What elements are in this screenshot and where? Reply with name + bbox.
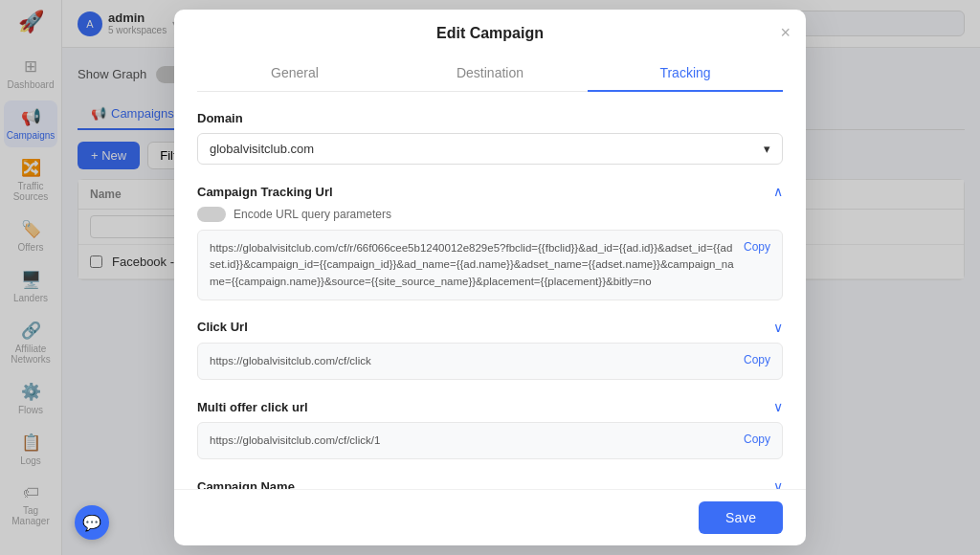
campaign-name-label: Campaign Name	[197, 479, 295, 489]
chevron-down-icon: ▾	[764, 142, 770, 156]
click-url-section: Click Url ∨ https://globalvisitclub.com/…	[197, 320, 783, 380]
chat-bubble[interactable]: 💬	[75, 505, 109, 540]
collapse-icon[interactable]: ∧	[773, 184, 783, 199]
encode-label: Encode URL query parameters	[234, 208, 391, 221]
multi-offer-url-box: https://globalvisitclub.com/cf/click/1 C…	[197, 422, 783, 459]
tracking-url-label: Campaign Tracking Url	[197, 185, 333, 199]
domain-section: Domain globalvisitclub.com ▾	[197, 111, 783, 165]
multi-offer-url-text: https://globalvisitclub.com/cf/click/1	[210, 433, 736, 449]
modal-body: Domain globalvisitclub.com ▾ Campaign Tr…	[174, 92, 806, 489]
click-url-label: Click Url	[197, 320, 248, 334]
modal-footer: Save	[174, 489, 806, 545]
modal-title: Edit Campaign	[436, 25, 544, 42]
edit-campaign-modal: Edit Campaign × General Destination Trac…	[174, 10, 806, 545]
click-url-header: Click Url ∨	[197, 320, 783, 335]
collapse-icon[interactable]: ∨	[773, 320, 783, 335]
modal-tabs: General Destination Tracking	[197, 56, 783, 92]
encode-toggle[interactable]	[197, 207, 226, 222]
click-url-text: https://globalvisitclub.com/cf/click	[210, 353, 736, 369]
tab-general[interactable]: General	[197, 56, 392, 92]
multi-offer-label: Multi offer click url	[197, 400, 308, 414]
multi-offer-header: Multi offer click url ∨	[197, 399, 783, 414]
tab-tracking[interactable]: Tracking	[588, 56, 783, 92]
chat-icon: 💬	[82, 514, 101, 532]
modal-close-button[interactable]: ×	[780, 23, 791, 43]
campaign-name-section: Campaign Name ∨ Facebook - Ringba - Land…	[197, 478, 783, 489]
copy-click-url-button[interactable]: Copy	[736, 353, 770, 366]
tracking-url-section: Campaign Tracking Url ∧ Encode URL query…	[197, 184, 783, 300]
tracking-url-box: https://globalvisitclub.com/cf/r/66f066c…	[197, 230, 783, 300]
modal-overlay: Edit Campaign × General Destination Trac…	[0, 0, 980, 555]
domain-label: Domain	[197, 111, 783, 125]
collapse-icon[interactable]: ∨	[773, 399, 783, 414]
copy-tracking-url-button[interactable]: Copy	[736, 240, 770, 254]
encode-row: Encode URL query parameters	[197, 207, 783, 222]
collapse-icon[interactable]: ∨	[773, 478, 783, 489]
domain-value: globalvisitclub.com	[210, 142, 314, 156]
copy-multi-offer-button[interactable]: Copy	[736, 433, 770, 446]
save-button[interactable]: Save	[699, 501, 783, 534]
click-url-box: https://globalvisitclub.com/cf/click Cop…	[197, 343, 783, 380]
modal-header: Edit Campaign × General Destination Trac…	[174, 10, 806, 92]
domain-select[interactable]: globalvisitclub.com ▾	[197, 133, 783, 165]
tab-destination[interactable]: Destination	[392, 56, 588, 92]
tracking-url-text: https://globalvisitclub.com/cf/r/66f066c…	[210, 240, 736, 290]
multi-offer-section: Multi offer click url ∨ https://globalvi…	[197, 399, 783, 459]
tracking-url-header: Campaign Tracking Url ∧	[197, 184, 783, 199]
campaign-name-header: Campaign Name ∨	[197, 478, 783, 489]
